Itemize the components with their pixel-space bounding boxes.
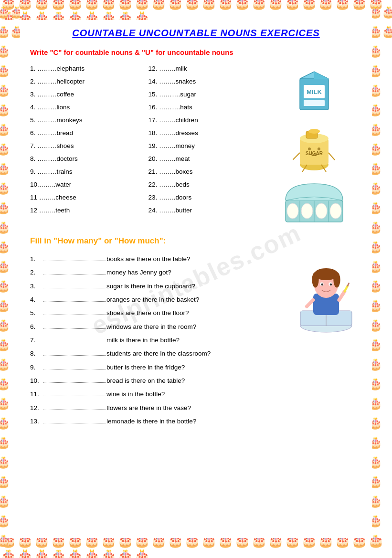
- student-reading-image: [290, 251, 362, 337]
- border-right: 🎂🎂🎂🎂🎂🎂🎂🎂🎂🎂🎂🎂🎂🎂🎂🎂🎂🎂🎂🎂🎂🎂🎂🎂🎂🎂🎂🎂🎂🎂: [372, 0, 392, 558]
- egg-box-image: [283, 181, 345, 224]
- svg-point-13: [318, 147, 320, 150]
- list-item: 7. ………shoes: [30, 139, 148, 152]
- col1: 1. ………elephants 2. ………helicopter 3. ………c…: [30, 62, 148, 224]
- sugar-jar-image: SUGAR: [293, 124, 336, 172]
- list-item: 12 ……..teeth: [30, 204, 148, 217]
- list-item: 6. ………bread: [30, 126, 148, 139]
- list-item: 10.bread is there on the table?: [30, 374, 278, 388]
- list-item: 6.windows are there in the room?: [30, 320, 278, 334]
- svg-point-32: [312, 272, 318, 287]
- svg-point-25: [330, 203, 341, 219]
- list-item: 1.books are there on the table?: [30, 253, 278, 266]
- list-item: 5. ………monkeys: [30, 114, 148, 126]
- list-item: 9.butter is there in the fridge?: [30, 361, 278, 374]
- milk-carton-image: MILK: [295, 67, 333, 115]
- svg-point-36: [321, 284, 324, 286]
- images-column: MILK SUGAR: [266, 62, 362, 224]
- list-item: 22. ……..beds: [148, 178, 267, 191]
- col2: 12. ……..milk 14. ……..snakes 15. ……….suga…: [148, 62, 267, 224]
- svg-text:MILK: MILK: [307, 88, 322, 95]
- list-item: 1. ………elephants: [30, 62, 148, 75]
- list-item: 14. ……..snakes: [148, 75, 267, 88]
- border-bottom: 🎂🎂🎂🎂🎂🎂🎂🎂🎂🎂🎂🎂🎂🎂🎂🎂🎂🎂🎂🎂🎂🎂🎂🎂🎂🎂🎂🎂🎂🎂🎂🎂: [0, 538, 392, 558]
- svg-line-39: [345, 286, 348, 292]
- svg-line-15: [328, 153, 335, 160]
- list-item: 19. ……..money: [148, 139, 267, 152]
- list-item: 11 ……..cheese: [30, 191, 148, 204]
- list-item: 8. ………doctors: [30, 152, 148, 165]
- svg-line-38: [339, 292, 345, 300]
- section2: Fill in "How many" or "How much": 1.book…: [30, 236, 362, 428]
- list-item: 7.milk is there in the bottle?: [30, 334, 278, 347]
- list-item: 3.sugar is there in the cupboard?: [30, 280, 278, 293]
- page-title: COUNTABLE UNCOUNTABLE NOUNS EXERCICES: [30, 28, 362, 39]
- list-item: 9. ………trains: [30, 165, 148, 178]
- border-left: 🎂🎂🎂🎂🎂🎂🎂🎂🎂🎂🎂🎂🎂🎂🎂🎂🎂🎂🎂🎂🎂🎂🎂🎂🎂🎂🎂🎂🎂🎂: [0, 0, 20, 558]
- svg-point-22: [287, 203, 298, 219]
- svg-line-40: [348, 283, 349, 285]
- section1: Write "C" for countable nouns & "U" for …: [30, 48, 362, 224]
- list-item: 12. ……..milk: [148, 62, 267, 75]
- svg-point-37: [330, 284, 332, 286]
- list-item: 5.shoes are there on the floor?: [30, 306, 278, 320]
- border-top: 🎂🎂🎂🎂🎂🎂🎂🎂🎂🎂🎂🎂🎂🎂🎂🎂🎂🎂🎂🎂🎂🎂🎂🎂🎂🎂🎂🎂🎂🎂🎂🎂: [0, 0, 392, 20]
- svg-point-10: [308, 129, 320, 134]
- list-item: 11.wine is in the bottle?: [30, 388, 278, 401]
- list-item: 13.lemonade is there in the bottle?: [30, 415, 278, 428]
- svg-point-23: [301, 203, 313, 219]
- list-item: 17. ……..children: [148, 114, 267, 126]
- list-item: 15. ……….sugar: [148, 88, 267, 101]
- svg-point-12: [308, 147, 311, 150]
- list-item: 18. ……..dresses: [148, 126, 267, 139]
- list-item: 2. ………helicopter: [30, 75, 148, 88]
- list-item: 3. ………coffee: [30, 88, 148, 101]
- svg-rect-5: [304, 100, 325, 106]
- list-item: 4. ………lions: [30, 101, 148, 114]
- list-item: 8.students are there in the classroom?: [30, 347, 278, 360]
- fill-items: 1.books are there on the table? 2.money …: [30, 253, 278, 428]
- list-item: 21. ……..boxes: [148, 165, 267, 178]
- svg-point-24: [316, 203, 327, 219]
- content-area: COUNTABLE UNCOUNTABLE NOUNS EXERCICES Wr…: [23, 23, 369, 535]
- list-item: 24. ……..butter: [148, 204, 267, 217]
- svg-line-41: [307, 300, 314, 307]
- list-item: 10.……..water: [30, 178, 148, 191]
- list-item: 2.money has Jenny got?: [30, 266, 278, 279]
- list-item: 4.oranges are there in the basket?: [30, 293, 278, 306]
- svg-point-33: [333, 272, 340, 287]
- svg-marker-2: [314, 72, 328, 79]
- list-item: 23. ……..doors: [148, 191, 267, 204]
- list-item: 16. ……….hats: [148, 101, 267, 114]
- section2-title: Fill in "How many" or "How much":: [30, 236, 362, 246]
- list-item: 12.flowers are there in the vase?: [30, 401, 278, 415]
- svg-line-14: [293, 153, 300, 160]
- section1-title: Write "C" for countable nouns & "U" for …: [30, 48, 362, 56]
- list-item: 20. ……..meat: [148, 152, 267, 165]
